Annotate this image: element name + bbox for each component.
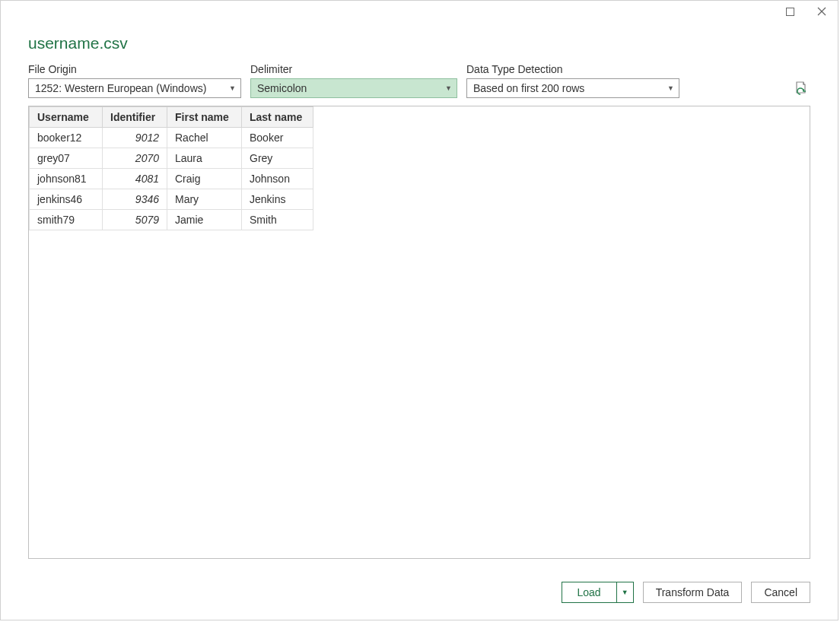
cell: Mary [167,189,242,210]
cell: jenkins46 [30,189,103,210]
cell: Jamie [167,210,242,230]
col-firstname[interactable]: First name [167,107,242,128]
file-title: username.csv [28,34,810,52]
cell: Booker [242,128,313,148]
file-origin-label: File Origin [28,63,241,75]
delimiter-dropdown[interactable]: Semicolon ▼ [250,78,457,98]
cell: Grey [242,148,313,169]
close-button[interactable] [806,1,838,22]
detection-value: Based on first 200 rows [473,82,584,94]
table-row[interactable]: smith795079JamieSmith [30,210,313,230]
detection-label: Data Type Detection [466,63,679,75]
cell: 9012 [103,128,167,148]
table-row[interactable]: jenkins469346MaryJenkins [30,189,313,210]
table-row[interactable]: booker129012RachelBooker [30,128,313,148]
cancel-button[interactable]: Cancel [751,582,810,603]
cell: 9346 [103,189,167,210]
cell: Smith [242,210,313,230]
cell: grey07 [30,148,103,169]
file-origin-group: File Origin 1252: Western European (Wind… [28,63,241,98]
col-username[interactable]: Username [30,107,103,128]
preview-table: Username Identifier First name Last name… [29,106,313,230]
cell: Jenkins [242,189,313,210]
close-icon [817,7,826,16]
file-origin-dropdown[interactable]: 1252: Western European (Windows) ▼ [28,78,241,98]
transform-data-button[interactable]: Transform Data [643,582,743,603]
refresh-button[interactable] [791,78,810,98]
controls-row: File Origin 1252: Western European (Wind… [28,63,810,98]
delimiter-value: Semicolon [257,82,307,94]
detection-group: Data Type Detection Based on first 200 r… [466,63,679,98]
maximize-icon [786,8,794,16]
file-origin-value: 1252: Western European (Windows) [35,82,206,94]
chevron-down-icon: ▼ [622,589,628,596]
chevron-down-icon: ▼ [667,84,674,92]
cell: Craig [167,169,242,189]
table-row[interactable]: johnson814081CraigJohnson [30,169,313,189]
delimiter-group: Delimiter Semicolon ▼ [250,63,457,98]
delimiter-label: Delimiter [250,63,457,75]
cell: 5079 [103,210,167,230]
refresh-icon [794,81,807,95]
cell: 2070 [103,148,167,169]
footer: Load ▼ Transform Data Cancel [562,582,810,603]
load-dropdown-button[interactable]: ▼ [616,582,633,602]
chevron-down-icon: ▼ [445,84,452,92]
load-split-button: Load ▼ [562,582,634,603]
load-button[interactable]: Load [562,582,616,602]
preview-area[interactable]: Username Identifier First name Last name… [28,106,810,559]
svg-rect-0 [786,8,794,15]
cell: johnson81 [30,169,103,189]
cell: Johnson [242,169,313,189]
col-identifier[interactable]: Identifier [103,107,167,128]
cell: Rachel [167,128,242,148]
table-row[interactable]: grey072070LauraGrey [30,148,313,169]
detection-dropdown[interactable]: Based on first 200 rows ▼ [466,78,679,98]
cell: booker12 [30,128,103,148]
import-dialog: username.csv File Origin 1252: Western E… [0,0,838,620]
cell: Laura [167,148,242,169]
maximize-button[interactable] [774,1,806,22]
titlebar [774,1,838,22]
chevron-down-icon: ▼ [229,84,236,92]
cell: smith79 [30,210,103,230]
header-row: Username Identifier First name Last name [30,107,313,128]
col-lastname[interactable]: Last name [242,107,313,128]
cell: 4081 [103,169,167,189]
